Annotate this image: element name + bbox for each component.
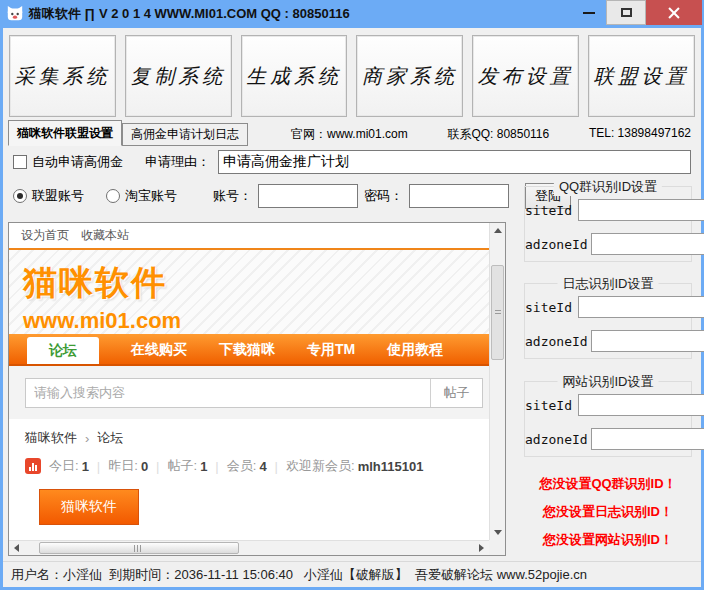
bookmark-site-link[interactable]: 收藏本站 [81, 227, 129, 244]
website-adzoneid-input[interactable] [591, 428, 704, 450]
stat-today-label: 今日: [49, 457, 79, 475]
log-siteid-input[interactable] [578, 296, 704, 318]
site-nav: 论坛 在线购买 下载猫咪 专用TM 使用教程 [9, 334, 489, 366]
search-bar: 帖子 [9, 366, 489, 419]
commission-row: 自动申请高佣金 申请理由： [13, 150, 691, 174]
reason-label: 申请理由： [145, 153, 210, 171]
set-homepage-link[interactable]: 设为首页 [21, 227, 69, 244]
auto-commission-checkbox[interactable] [13, 155, 27, 169]
qq-group-id-settings: QQ群识别ID设置 siteId adzoneId [524, 186, 692, 262]
auto-commission-label: 自动申请高佣金 [32, 153, 123, 171]
nav-tutorial[interactable]: 使用教程 [387, 334, 443, 364]
taobao-account-label: 淘宝账号 [125, 187, 177, 205]
vertical-scroll-thumb[interactable] [491, 265, 504, 360]
maximize-button[interactable] [606, 0, 646, 25]
forum-page: 猫咪软件 › 论坛 今日:1 | 昨日:0 | 帖子:1 | 会员:4 | [9, 419, 489, 540]
stat-posts-value: 1 [200, 459, 207, 474]
breadcrumb-forum-link[interactable]: 论坛 [97, 429, 123, 447]
nav-tm[interactable]: 专用TM [307, 334, 355, 364]
close-icon [667, 6, 681, 20]
website-id-warning: 您没设置网站识别ID！ [524, 531, 692, 549]
stats-chart-icon [25, 458, 41, 474]
nav-download[interactable]: 下载猫咪 [219, 334, 275, 364]
official-site-text: 官网：www.mi01.com [291, 126, 408, 143]
minimize-button[interactable] [572, 0, 606, 25]
vertical-scrollbar[interactable] [489, 223, 505, 540]
login-row: 联盟账号 淘宝账号 账号： 密码： 登陆 [13, 183, 571, 209]
forum-stats: 今日:1 | 昨日:0 | 帖子:1 | 会员:4 | 欢迎新会员:mlh115… [25, 457, 489, 475]
generate-system-button[interactable]: 生成系统 [241, 35, 348, 117]
contact-info: 官网：www.mi01.com 联系QQ: 80850116 TEL: 1389… [291, 126, 691, 143]
website-siteid-label: siteId [525, 398, 578, 413]
maximize-icon [621, 8, 632, 17]
title-bar: 猫咪软件 ∏ V 2 0 1 4 WWW.MI01.COM QQ : 80850… [0, 0, 704, 28]
search-input[interactable] [26, 379, 430, 407]
site-logo: 猫咪软件 [23, 260, 489, 306]
contact-qq-text: 联系QQ: 80850116 [447, 126, 549, 143]
website-siteid-input[interactable] [578, 394, 704, 416]
tab-union-settings[interactable]: 猫咪软件联盟设置 [8, 120, 122, 146]
contact-tel-text: TEL: 13898497162 [589, 126, 691, 143]
taobao-account-radio[interactable] [106, 189, 120, 203]
log-id-warning: 您没设置日志识别ID！ [524, 503, 692, 521]
website-id-settings: 网站识别ID设置 siteId adzoneId [524, 381, 692, 457]
site-header: 猫咪软件 www.mi01.com [9, 250, 489, 334]
forum-section-button[interactable]: 猫咪软件 [39, 489, 139, 525]
breadcrumb-separator: › [85, 431, 89, 446]
search-category-dropdown[interactable]: 帖子 [430, 379, 482, 407]
log-siteid-label: siteId [525, 300, 578, 315]
merchant-system-button[interactable]: 商家系统 [356, 35, 463, 117]
log-adzoneid-input[interactable] [591, 330, 704, 352]
scroll-up-icon[interactable] [494, 228, 502, 233]
publish-settings-button[interactable]: 发布设置 [472, 35, 579, 117]
union-account-radio[interactable] [13, 189, 27, 203]
breadcrumb: 猫咪软件 › 论坛 [25, 429, 489, 447]
status-bar: 用户名：小淫仙 到期时间：2036-11-11 15:06:40 小淫仙【破解版… [3, 561, 701, 587]
password-label: 密码： [364, 187, 403, 205]
close-button[interactable] [646, 0, 702, 25]
qq-siteid-label: siteId [525, 203, 578, 218]
scroll-left-icon[interactable] [14, 544, 19, 552]
union-settings-button[interactable]: 联盟设置 [588, 35, 695, 117]
qq-siteid-input[interactable] [578, 199, 704, 221]
horizontal-scrollbar[interactable] [9, 540, 489, 555]
copy-system-button[interactable]: 复制系统 [125, 35, 232, 117]
qq-group-title: QQ群识别ID设置 [554, 178, 662, 196]
browser-content: 设为首页 收藏本站 猫咪软件 www.mi01.com 论坛 在线购买 下载猫咪… [9, 223, 489, 540]
password-input[interactable] [409, 184, 509, 208]
reason-input[interactable] [218, 150, 691, 174]
website-group-title: 网站识别ID设置 [558, 373, 659, 391]
website-adzoneid-label: adzoneId [525, 432, 591, 447]
horizontal-scroll-thumb[interactable] [39, 542, 239, 554]
qq-adzoneid-input[interactable] [591, 233, 704, 255]
stat-posts-label: 帖子: [168, 457, 198, 475]
nav-forum-tab[interactable]: 论坛 [27, 337, 99, 364]
account-label: 账号： [213, 187, 252, 205]
scroll-down-icon[interactable] [494, 530, 502, 535]
stat-yesterday-label: 昨日: [108, 457, 138, 475]
account-input[interactable] [258, 184, 358, 208]
window-title: 猫咪软件 ∏ V 2 0 1 4 WWW.MI01.COM QQ : 80850… [29, 5, 350, 23]
log-adzoneid-label: adzoneId [525, 334, 591, 349]
site-logo-url: www.mi01.com [23, 308, 489, 334]
collect-system-button[interactable]: 采集系统 [9, 35, 116, 117]
cat-app-icon [6, 5, 24, 23]
stat-members-value: 4 [259, 459, 266, 474]
scroll-right-icon[interactable] [479, 544, 484, 552]
nav-buy-online[interactable]: 在线购买 [131, 334, 187, 364]
embedded-browser: 设为首页 收藏本站 猫咪软件 www.mi01.com 论坛 在线购买 下载猫咪… [8, 222, 506, 556]
qq-id-warning: 您没设置QQ群识别ID！ [524, 475, 692, 493]
stat-members-label: 会员: [227, 457, 257, 475]
qq-adzoneid-label: adzoneId [525, 237, 591, 252]
stat-yesterday-value: 0 [141, 459, 148, 474]
client-area: 采集系统 复制系统 生成系统 商家系统 发布设置 联盟设置 猫咪软件联盟设置 高… [3, 28, 701, 587]
window-controls [572, 0, 702, 25]
stat-newmember-value: mlh115101 [358, 459, 424, 474]
system-button-row: 采集系统 复制系统 生成系统 商家系统 发布设置 联盟设置 [9, 35, 695, 117]
union-account-label: 联盟账号 [32, 187, 84, 205]
scrollbar-corner [489, 540, 505, 555]
tab-strip: 猫咪软件联盟设置 高佣金申请计划日志 [8, 121, 248, 146]
minimize-icon [583, 12, 595, 14]
breadcrumb-site-link[interactable]: 猫咪软件 [25, 429, 77, 447]
tab-commission-log[interactable]: 高佣金申请计划日志 [122, 123, 248, 146]
